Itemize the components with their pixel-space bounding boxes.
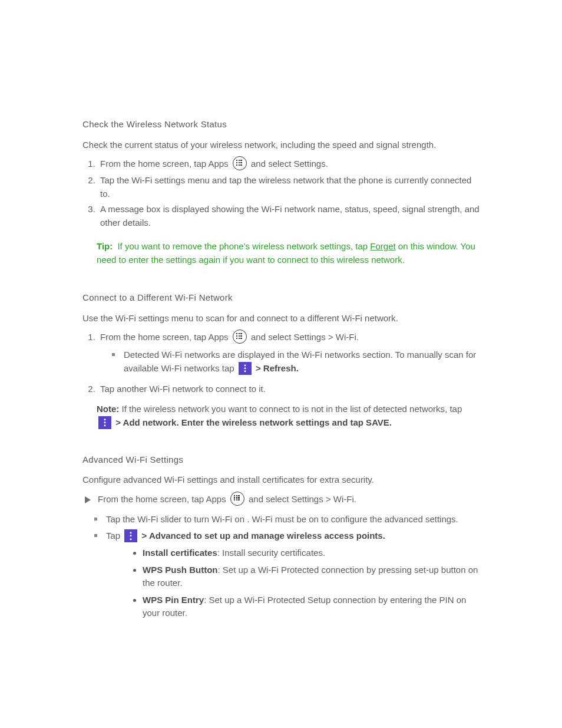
more-icon [239,362,252,375]
sub-wps-pin-strong: WPS Pin Entry [143,595,204,605]
tip-block: Tip: If you want to remove the phone's w… [97,240,480,266]
lead-block: From the home screen, tap Apps and selec… [82,493,480,507]
sub-cert-strong: Install certificates [143,548,217,558]
advanced-itemB-prefix: Tap [106,531,120,541]
tip-after2: network. [371,255,405,265]
step-1-suffix: and select Settings. [251,159,328,169]
advanced-itemB: Tap > Advanced to set up and manage wire… [104,529,480,620]
step2-1-sub-text1: Detected Wi-Fi networks are displayed in… [124,350,476,360]
step2-1-suffix: and select Settings > Wi-Fi. [251,332,359,342]
step-1-prefix: From the home screen, tap Apps [100,159,229,169]
step2-1: From the home screen, tap Apps and selec… [98,331,480,375]
advanced-itemB-suffix: > Advanced to set up and manage wireless… [142,531,385,541]
step2-1-sub-text2: available Wi-Fi networks tap [124,363,234,373]
sub-wps-push: WPS Push Button: Set up a Wi-Fi Protecte… [143,564,480,590]
step2-1-sub-suffix: > Refresh. [256,363,299,373]
apps-icon [233,330,247,344]
step-3: A message box is displayed showing the W… [98,203,480,229]
steps-check-status: From the home screen, tap Apps and selec… [82,157,480,229]
tip-label: Tip: [97,241,113,251]
intro-advanced: Configure advanced Wi-Fi settings and in… [82,473,480,487]
step2-1-sub: Detected Wi-Fi networks are displayed in… [100,348,480,375]
advanced-itemA-after: . Wi-Fi must be on to configure the adva… [247,514,458,524]
heading-connect-diff: Connect to a Different Wi-Fi Network [82,291,480,305]
intro-check-status: Check the current status of your wireles… [82,139,480,152]
more-icon [98,416,111,429]
apps-icon [230,492,244,506]
sub-cert: Install certificates: Install security c… [143,546,480,560]
intro-connect-diff: Use the Wi-Fi settings menu to scan for … [82,312,480,325]
advanced-itemA-before: Tap the Wi-Fi slider to turn Wi-Fi on [106,514,247,524]
more-icon [124,529,137,542]
heading-check-status: Check the Wireless Network Status [82,118,480,131]
tip-text: If you want to remove the phone's wirele… [117,241,368,251]
step-2: Tap the Wi-Fi settings menu and tap the … [98,174,480,200]
lead-suffix: and select Settings > Wi-Fi. [249,494,356,504]
tip-forget-link[interactable]: Forget [370,241,395,251]
step-1: From the home screen, tap Apps and selec… [98,157,480,172]
advanced-sublist: Install certificates: Install security c… [106,546,480,620]
advanced-itemA: Tap the Wi-Fi slider to turn Wi-Fi on . … [104,513,480,526]
lead-prefix: From the home screen, tap Apps [98,494,226,504]
step2-2: Tap another Wi-Fi network to connect to … [98,383,480,396]
step2-1-sub-item: Detected Wi-Fi networks are displayed in… [121,348,480,375]
apps-icon [233,156,247,170]
note-suffix: > Add network. Enter the wireless networ… [115,417,392,427]
note-block: Note: If the wireless network you want t… [97,403,480,430]
heading-advanced: Advanced Wi-Fi Settings [82,453,480,467]
content-area: Check the Wireless Network Status Check … [82,118,480,620]
step2-1-prefix: From the home screen, tap Apps [100,332,229,342]
document-page: Check the Wireless Network Status Check … [0,0,562,728]
note-text: If the wireless network you want to conn… [122,404,462,414]
advanced-bullets: Tap the Wi-Fi slider to turn Wi-Fi on . … [82,513,480,620]
note-label: Note: [97,404,119,414]
sub-cert-rest: : Install security certificates. [217,548,325,558]
sub-wps-push-strong: WPS Push Button [143,565,218,575]
steps-connect-diff: From the home screen, tap Apps and selec… [82,331,480,396]
sub-wps-pin: WPS Pin Entry: Set up a Wi-Fi Protected … [143,594,480,620]
